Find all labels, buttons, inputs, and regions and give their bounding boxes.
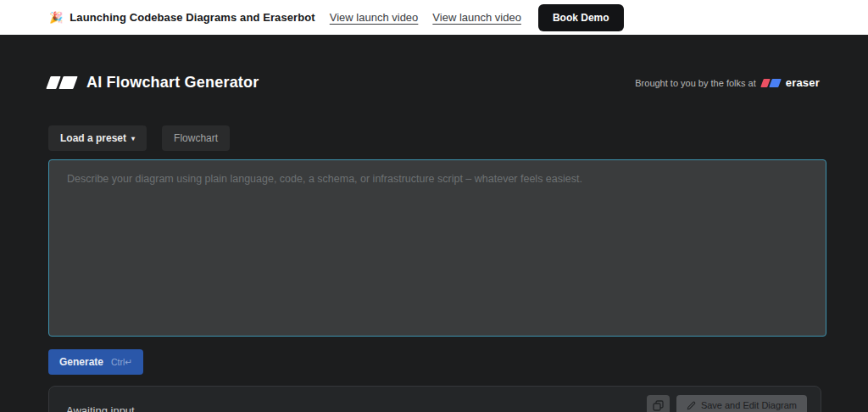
generate-button[interactable]: Generate Ctrl↵ [48, 349, 143, 375]
diagram-type-button[interactable]: Flowchart [162, 125, 230, 151]
output-panel: Awaiting input Save and Edit Diagram [48, 386, 821, 412]
status-text: Awaiting input [66, 404, 135, 412]
app-header: AI Flowchart Generator Brought to you by… [48, 74, 820, 92]
brand-name[interactable]: eraser [786, 76, 820, 89]
chevron-down-icon: ▾ [131, 135, 135, 142]
editor-wrap [48, 159, 820, 340]
toolbar: Load a preset ▾ Flowchart [48, 125, 820, 151]
brand-left: AI Flowchart Generator [48, 74, 259, 92]
view-launch-video-link-2[interactable]: View launch video [432, 11, 521, 24]
party-popper-icon: 🎉 [49, 11, 63, 24]
copy-icon [653, 400, 664, 411]
copy-button[interactable] [647, 395, 670, 412]
generate-shortcut-hint: Ctrl↵ [111, 357, 132, 367]
save-and-edit-button[interactable]: Save and Edit Diagram [676, 395, 807, 412]
banner-title: 🎉 Launching Codebase Diagrams and Eraser… [49, 11, 315, 24]
eraser-brand-logo-icon [760, 79, 782, 87]
attribution: Brought to you by the folks at eraser [635, 76, 820, 89]
output-actions: Save and Edit Diagram [647, 395, 807, 412]
banner-title-text: Launching Codebase Diagrams and Eraserbo… [70, 11, 314, 24]
generate-label: Generate [59, 356, 103, 368]
attribution-text: Brought to you by the folks at [635, 78, 755, 88]
view-launch-video-link-1[interactable]: View launch video [330, 11, 419, 24]
save-and-edit-label: Save and Edit Diagram [701, 400, 797, 410]
page-title: AI Flowchart Generator [86, 74, 259, 92]
load-preset-button[interactable]: Load a preset ▾ [48, 125, 147, 151]
announcement-banner: 🎉 Launching Codebase Diagrams and Eraser… [0, 0, 868, 35]
load-preset-label: Load a preset [60, 132, 126, 144]
book-demo-button[interactable]: Book Demo [538, 4, 624, 31]
pencil-icon [687, 401, 696, 410]
eraser-logo-icon [46, 76, 77, 89]
app-main: AI Flowchart Generator Brought to you by… [0, 74, 868, 412]
prompt-input[interactable] [48, 159, 826, 337]
